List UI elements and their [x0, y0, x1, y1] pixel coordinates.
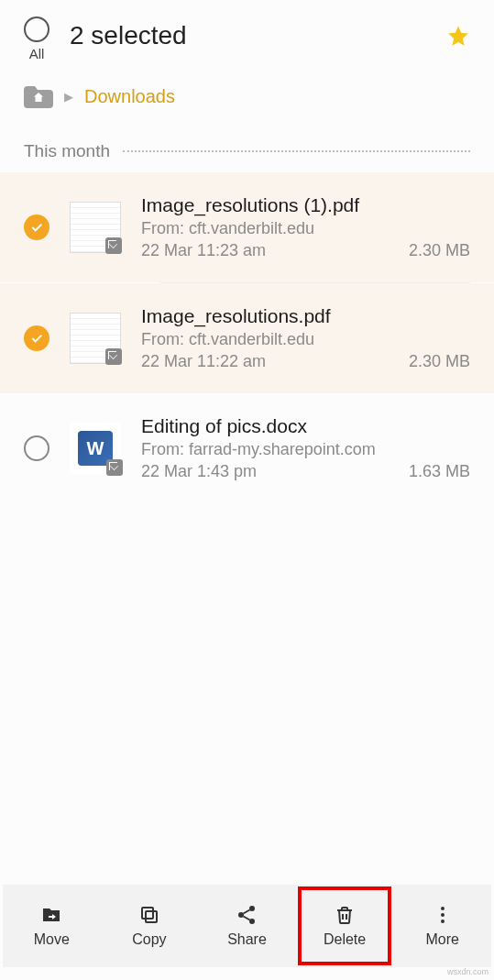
- file-thumbnail: [70, 313, 121, 364]
- file-name: Editing of pics.docx: [141, 415, 470, 437]
- svg-point-4: [249, 919, 255, 924]
- svg-point-5: [441, 907, 445, 910]
- section-divider: [123, 150, 470, 152]
- file-date: 22 Mar 1:43 pm: [141, 462, 257, 481]
- file-source: From: cft.vanderbilt.edu: [141, 219, 470, 238]
- trash-icon: [334, 904, 356, 926]
- checkbox-checked-icon[interactable]: [24, 325, 49, 351]
- checkbox-checked-icon[interactable]: [24, 215, 49, 240]
- home-folder-icon[interactable]: [24, 84, 53, 108]
- delete-label: Delete: [324, 931, 366, 948]
- file-source: From: farrad-my.sharepoint.com: [141, 440, 470, 459]
- bottom-action-bar: Move Copy Share Delete More: [3, 885, 491, 967]
- chevron-right-icon: ▶: [64, 90, 73, 104]
- svg-rect-1: [142, 908, 153, 919]
- svg-point-2: [249, 906, 255, 911]
- select-all-circle-icon: [24, 17, 49, 42]
- more-icon: [432, 904, 454, 926]
- move-button[interactable]: Move: [3, 885, 101, 967]
- svg-point-7: [441, 919, 445, 923]
- section-title: This month: [24, 141, 110, 161]
- svg-point-6: [441, 913, 445, 917]
- file-name: Image_resolutions (1).pdf: [141, 194, 470, 216]
- select-all-toggle[interactable]: All: [24, 17, 49, 61]
- expand-badge-icon: [106, 459, 123, 476]
- copy-icon: [138, 904, 160, 926]
- breadcrumb: ▶ Downloads: [0, 61, 494, 125]
- file-thumbnail: [70, 202, 121, 253]
- share-button[interactable]: Share: [198, 885, 296, 967]
- star-icon[interactable]: [446, 24, 470, 48]
- move-icon: [40, 904, 62, 926]
- share-icon: [236, 904, 258, 926]
- file-row[interactable]: Image_resolutions (1).pdf From: cft.vand…: [0, 172, 494, 282]
- copy-label: Copy: [132, 931, 166, 948]
- file-date: 22 Mar 11:23 am: [141, 241, 266, 260]
- file-row[interactable]: Image_resolutions.pdf From: cft.vanderbi…: [0, 283, 494, 393]
- breadcrumb-current[interactable]: Downloads: [84, 86, 175, 107]
- file-source: From: cft.vanderbilt.edu: [141, 330, 470, 349]
- page-title: 2 selected: [70, 21, 446, 50]
- file-size: 2.30 MB: [409, 241, 470, 260]
- select-all-label: All: [29, 46, 45, 61]
- file-date: 22 Mar 11:22 am: [141, 352, 266, 371]
- copy-button[interactable]: Copy: [101, 885, 199, 967]
- svg-rect-0: [146, 911, 157, 922]
- expand-badge-icon: [105, 237, 122, 254]
- more-button[interactable]: More: [393, 885, 491, 967]
- delete-button[interactable]: Delete: [296, 885, 394, 967]
- file-size: 2.30 MB: [409, 352, 470, 371]
- file-name: Image_resolutions.pdf: [141, 305, 470, 327]
- file-row[interactable]: W Editing of pics.docx From: farrad-my.s…: [0, 393, 494, 503]
- move-label: Move: [34, 931, 70, 948]
- checkbox-unchecked-icon[interactable]: [24, 435, 49, 461]
- more-label: More: [425, 931, 458, 948]
- file-thumbnail: W: [70, 423, 121, 474]
- svg-point-3: [238, 912, 244, 918]
- file-size: 1.63 MB: [409, 462, 470, 481]
- expand-badge-icon: [105, 348, 122, 365]
- watermark: wsxdn.com: [447, 967, 489, 976]
- share-label: Share: [227, 931, 267, 948]
